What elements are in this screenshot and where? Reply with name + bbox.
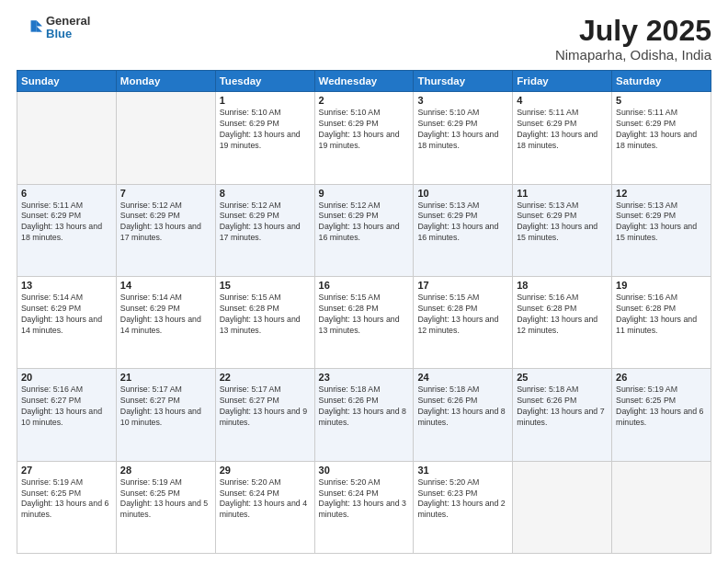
- day-info: Sunrise: 5:18 AMSunset: 6:26 PMDaylight:…: [319, 385, 410, 429]
- svg-marker-1: [37, 27, 42, 32]
- day-info: Sunrise: 5:12 AMSunset: 6:29 PMDaylight:…: [220, 201, 311, 245]
- calendar-cell: [17, 92, 117, 184]
- day-number: 17: [417, 280, 508, 291]
- calendar-subtitle: Nimaparha, Odisha, India: [555, 47, 711, 63]
- calendar-cell: 15Sunrise: 5:15 AMSunset: 6:28 PMDayligh…: [215, 276, 314, 368]
- day-number: 5: [616, 95, 707, 106]
- calendar-week-row: 27Sunrise: 5:19 AMSunset: 6:25 PMDayligh…: [17, 461, 711, 553]
- day-info: Sunrise: 5:14 AMSunset: 6:29 PMDaylight:…: [21, 293, 112, 337]
- col-header-tuesday: Tuesday: [215, 71, 314, 92]
- day-info: Sunrise: 5:12 AMSunset: 6:29 PMDaylight:…: [120, 201, 211, 245]
- page: General Blue July 2025 Nimaparha, Odisha…: [0, 0, 728, 563]
- calendar-cell: 11Sunrise: 5:13 AMSunset: 6:29 PMDayligh…: [513, 184, 612, 276]
- day-number: 2: [319, 95, 410, 106]
- day-info: Sunrise: 5:20 AMSunset: 6:23 PMDaylight:…: [417, 477, 508, 522]
- day-info: Sunrise: 5:12 AMSunset: 6:29 PMDaylight:…: [319, 201, 410, 245]
- logo-icon: [17, 15, 42, 40]
- day-number: 25: [517, 372, 608, 383]
- col-header-friday: Friday: [513, 71, 612, 92]
- day-info: Sunrise: 5:13 AMSunset: 6:29 PMDaylight:…: [417, 201, 508, 245]
- day-number: 30: [319, 465, 410, 476]
- calendar-cell: 13Sunrise: 5:14 AMSunset: 6:29 PMDayligh…: [17, 276, 117, 368]
- day-number: 28: [120, 465, 211, 476]
- header: General Blue July 2025 Nimaparha, Odisha…: [17, 15, 711, 63]
- calendar-cell: 12Sunrise: 5:13 AMSunset: 6:29 PMDayligh…: [612, 184, 711, 276]
- calendar-cell: 22Sunrise: 5:17 AMSunset: 6:27 PMDayligh…: [215, 369, 314, 461]
- calendar-week-row: 20Sunrise: 5:16 AMSunset: 6:27 PMDayligh…: [17, 369, 711, 461]
- col-header-wednesday: Wednesday: [314, 71, 414, 92]
- logo-general: General: [46, 15, 90, 28]
- calendar-cell: 8Sunrise: 5:12 AMSunset: 6:29 PMDaylight…: [215, 184, 314, 276]
- day-info: Sunrise: 5:10 AMSunset: 6:29 PMDaylight:…: [220, 108, 311, 152]
- calendar-cell: 29Sunrise: 5:20 AMSunset: 6:24 PMDayligh…: [215, 461, 314, 553]
- day-number: 24: [417, 372, 508, 383]
- calendar-cell: 31Sunrise: 5:20 AMSunset: 6:23 PMDayligh…: [414, 461, 513, 553]
- calendar-cell: 18Sunrise: 5:16 AMSunset: 6:28 PMDayligh…: [513, 276, 612, 368]
- day-number: 10: [417, 188, 508, 199]
- calendar-cell: 16Sunrise: 5:15 AMSunset: 6:28 PMDayligh…: [314, 276, 414, 368]
- day-info: Sunrise: 5:13 AMSunset: 6:29 PMDaylight:…: [517, 201, 608, 245]
- day-info: Sunrise: 5:11 AMSunset: 6:29 PMDaylight:…: [21, 201, 112, 245]
- svg-marker-0: [37, 21, 42, 27]
- col-header-monday: Monday: [116, 71, 215, 92]
- day-info: Sunrise: 5:19 AMSunset: 6:25 PMDaylight:…: [120, 477, 211, 522]
- calendar-cell: 9Sunrise: 5:12 AMSunset: 6:29 PMDaylight…: [314, 184, 414, 276]
- calendar-cell: 24Sunrise: 5:18 AMSunset: 6:26 PMDayligh…: [414, 369, 513, 461]
- day-info: Sunrise: 5:16 AMSunset: 6:27 PMDaylight:…: [21, 385, 112, 429]
- day-info: Sunrise: 5:14 AMSunset: 6:29 PMDaylight:…: [120, 293, 211, 337]
- day-number: 1: [220, 95, 311, 106]
- day-info: Sunrise: 5:19 AMSunset: 6:25 PMDaylight:…: [616, 385, 707, 429]
- day-number: 29: [220, 465, 311, 476]
- day-info: Sunrise: 5:19 AMSunset: 6:25 PMDaylight:…: [21, 477, 112, 522]
- day-info: Sunrise: 5:18 AMSunset: 6:26 PMDaylight:…: [517, 385, 608, 429]
- calendar-cell: 27Sunrise: 5:19 AMSunset: 6:25 PMDayligh…: [17, 461, 117, 553]
- logo: General Blue: [17, 15, 90, 41]
- calendar-cell: 3Sunrise: 5:10 AMSunset: 6:29 PMDaylight…: [414, 92, 513, 184]
- day-info: Sunrise: 5:20 AMSunset: 6:24 PMDaylight:…: [319, 477, 410, 522]
- day-info: Sunrise: 5:20 AMSunset: 6:24 PMDaylight:…: [220, 477, 311, 522]
- calendar-cell: 25Sunrise: 5:18 AMSunset: 6:26 PMDayligh…: [513, 369, 612, 461]
- day-info: Sunrise: 5:17 AMSunset: 6:27 PMDaylight:…: [220, 385, 311, 429]
- svg-rect-2: [31, 21, 37, 32]
- calendar-cell: [612, 461, 711, 553]
- calendar-week-row: 6Sunrise: 5:11 AMSunset: 6:29 PMDaylight…: [17, 184, 711, 276]
- logo-text: General Blue: [46, 15, 90, 41]
- day-info: Sunrise: 5:15 AMSunset: 6:28 PMDaylight:…: [220, 293, 311, 337]
- day-number: 7: [120, 188, 211, 199]
- title-block: July 2025 Nimaparha, Odisha, India: [555, 15, 711, 63]
- calendar-cell: 30Sunrise: 5:20 AMSunset: 6:24 PMDayligh…: [314, 461, 414, 553]
- day-info: Sunrise: 5:15 AMSunset: 6:28 PMDaylight:…: [319, 293, 410, 337]
- calendar-cell: 23Sunrise: 5:18 AMSunset: 6:26 PMDayligh…: [314, 369, 414, 461]
- day-number: 4: [517, 95, 608, 106]
- day-info: Sunrise: 5:16 AMSunset: 6:28 PMDaylight:…: [517, 293, 608, 337]
- calendar-cell: 10Sunrise: 5:13 AMSunset: 6:29 PMDayligh…: [414, 184, 513, 276]
- day-number: 9: [319, 188, 410, 199]
- col-header-sunday: Sunday: [17, 71, 117, 92]
- calendar-cell: 7Sunrise: 5:12 AMSunset: 6:29 PMDaylight…: [116, 184, 215, 276]
- calendar-table: SundayMondayTuesdayWednesdayThursdayFrid…: [17, 70, 711, 554]
- calendar-cell: 26Sunrise: 5:19 AMSunset: 6:25 PMDayligh…: [612, 369, 711, 461]
- logo-blue: Blue: [46, 28, 90, 40]
- day-info: Sunrise: 5:10 AMSunset: 6:29 PMDaylight:…: [417, 108, 508, 152]
- day-info: Sunrise: 5:10 AMSunset: 6:29 PMDaylight:…: [319, 108, 410, 152]
- calendar-week-row: 1Sunrise: 5:10 AMSunset: 6:29 PMDaylight…: [17, 92, 711, 184]
- calendar-week-row: 13Sunrise: 5:14 AMSunset: 6:29 PMDayligh…: [17, 276, 711, 368]
- calendar-cell: 19Sunrise: 5:16 AMSunset: 6:28 PMDayligh…: [612, 276, 711, 368]
- day-number: 8: [220, 188, 311, 199]
- day-number: 11: [517, 188, 608, 199]
- calendar-cell: 2Sunrise: 5:10 AMSunset: 6:29 PMDaylight…: [314, 92, 414, 184]
- day-info: Sunrise: 5:11 AMSunset: 6:29 PMDaylight:…: [616, 108, 707, 152]
- calendar-cell: [513, 461, 612, 553]
- col-header-saturday: Saturday: [612, 71, 711, 92]
- day-number: 12: [616, 188, 707, 199]
- day-number: 16: [319, 280, 410, 291]
- day-number: 21: [120, 372, 211, 383]
- day-info: Sunrise: 5:16 AMSunset: 6:28 PMDaylight:…: [616, 293, 707, 337]
- day-number: 27: [21, 465, 112, 476]
- day-number: 18: [517, 280, 608, 291]
- day-info: Sunrise: 5:15 AMSunset: 6:28 PMDaylight:…: [417, 293, 508, 337]
- calendar-cell: 17Sunrise: 5:15 AMSunset: 6:28 PMDayligh…: [414, 276, 513, 368]
- calendar-cell: 21Sunrise: 5:17 AMSunset: 6:27 PMDayligh…: [116, 369, 215, 461]
- day-info: Sunrise: 5:18 AMSunset: 6:26 PMDaylight:…: [417, 385, 508, 429]
- day-number: 31: [417, 465, 508, 476]
